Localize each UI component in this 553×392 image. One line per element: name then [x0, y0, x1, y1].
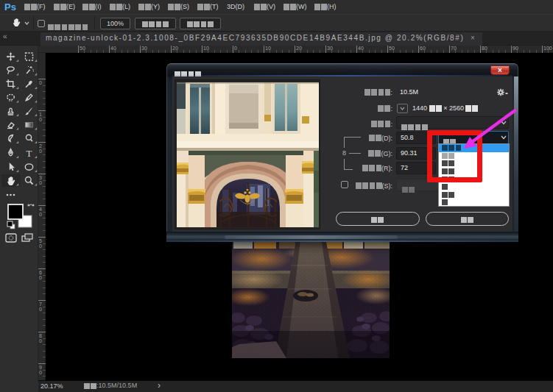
svg-text:T: T	[27, 148, 32, 159]
